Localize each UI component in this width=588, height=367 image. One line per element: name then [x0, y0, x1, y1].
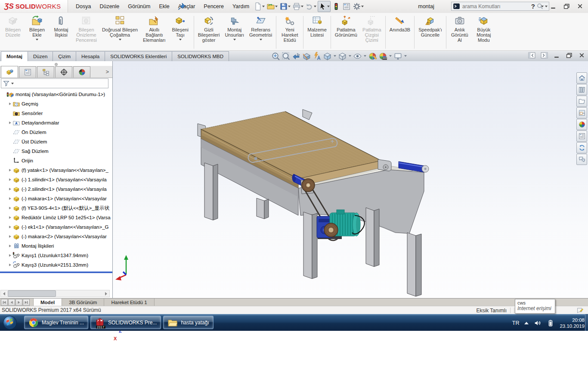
- fm-expand-chevron[interactable]: >: [105, 68, 109, 75]
- tree-item-2-silindir-1-vars[interactable]: (-) 2.silindir<1> (Varsayılan<<Varsayıla: [0, 184, 112, 194]
- search-input[interactable]: [461, 3, 535, 10]
- dropdown-icon[interactable]: [301, 6, 303, 7]
- vieworient-icon[interactable]: [323, 52, 332, 61]
- tab-solidworks-eklentileri[interactable]: SOLIDWORKS Eklentileri: [105, 51, 172, 61]
- fm-tab-ft_dim[interactable]: [55, 66, 72, 78]
- ribbon-button-montaj-unsurlar[interactable]: MontajUnsurları: [222, 14, 247, 40]
- taskpane-tp_home-button[interactable]: [576, 72, 587, 84]
- tab-montaj[interactable]: Montaj: [1, 51, 28, 61]
- collapse-left-pane-button[interactable]: [528, 52, 535, 59]
- volume-icon[interactable]: [534, 319, 542, 327]
- tree-item-f-ye3-90s-4-1[interactable]: (f) YE3-90S-4<1> (默认<<默认>_显示状: [0, 203, 112, 213]
- taskbar-button-solidworks-pre[interactable]: 2017SOLIDWORKS Pre...: [90, 316, 161, 329]
- ribbon-button-bile-en-ekle[interactable]: BileşenEkle: [25, 14, 49, 40]
- quick-tips-icon[interactable]: [576, 307, 584, 314]
- panel-splitter-handle[interactable]: [55, 63, 58, 66]
- model-tab-hareket-et-d-1[interactable]: Hareket Etüdü 1: [104, 299, 154, 306]
- ribbon-button-malzeme-listesi[interactable]: MalzemeListesi: [305, 14, 329, 37]
- menu-item-ekle[interactable]: Ekle: [155, 0, 173, 12]
- tree-item-kay-1-uzunluk-1347-94m[interactable]: Kayış1 (Uzunluk=1347.94mm): [0, 251, 112, 260]
- model-tab-model[interactable]: Model: [33, 299, 62, 306]
- doc-restore-button[interactable]: [566, 52, 573, 59]
- taskpane-tp_prop-button[interactable]: [576, 131, 587, 142]
- doc-close-button[interactable]: [578, 52, 585, 59]
- scroll-right-button[interactable]: [103, 291, 109, 296]
- minimize-button[interactable]: [550, 3, 557, 9]
- tree-item-detayland-rmalar[interactable]: Detaylandırmalar: [0, 118, 112, 128]
- tab-solidworks-mbd[interactable]: SOLIDWORKS MBD: [172, 51, 229, 61]
- tree-item-f-yatak-1-varsay-la[interactable]: (f) yatak<1> (Varsayılan<<Varsayılan>_: [0, 165, 112, 175]
- tab-hesapla[interactable]: Hesapla: [76, 51, 105, 61]
- help-dropdown-icon[interactable]: [541, 6, 544, 7]
- tree-item-ge-mi[interactable]: Geçmiş: [0, 99, 112, 109]
- dropdown-icon[interactable]: [262, 6, 265, 7]
- ribbon-button-bile-eni-ta[interactable]: BileşeniTaşı: [168, 14, 192, 40]
- ribbon-button-referans-geometrisi[interactable]: ReferansGeometrisi: [247, 14, 275, 40]
- show-hidden-icons-button[interactable]: [524, 322, 529, 324]
- dropdown-icon[interactable]: [179, 39, 182, 40]
- traffic-button[interactable]: [331, 1, 341, 12]
- ribbon-button-do-rusal-bile-en-o-altma[interactable]: Doğrusal BileşenÇoğaltma: [99, 14, 140, 40]
- dropdown-icon[interactable]: [334, 55, 336, 57]
- open-button[interactable]: [266, 1, 278, 12]
- dropdown-icon[interactable]: [119, 39, 121, 40]
- model-tab-3b-g-r-n-m[interactable]: 3B Görünüm: [62, 299, 104, 306]
- taskpane-tp_file-button[interactable]: [576, 96, 587, 107]
- tree-item-sens-rler[interactable]: Sensörler: [0, 109, 112, 118]
- menu-item-yard-m[interactable]: Yardım: [228, 0, 254, 12]
- menu-item-dosya[interactable]: Dosya: [71, 0, 95, 12]
- tree-item-makara-1-varsay-l[interactable]: (-) makara<1> (Varsayılan<<Varsayılar: [0, 194, 112, 203]
- tree-horizontal-scrollbar[interactable]: [0, 290, 110, 297]
- dropdown-icon[interactable]: [364, 55, 366, 57]
- displaystyle-icon[interactable]: [338, 52, 347, 61]
- tree-item-makara-2-varsay-l[interactable]: (-) makara<2> (Varsayılan<<Varsayılar: [0, 232, 112, 241]
- prevview-icon[interactable]: [292, 52, 301, 61]
- battery-icon[interactable]: [547, 319, 554, 327]
- ribbon-button-speedpak-g-ncelle[interactable]: Speedpak'ıGüncelle: [416, 14, 445, 37]
- ribbon-button-montaj-i-li-kisi[interactable]: Montajİlişkisi: [49, 14, 73, 37]
- taskbar-clock[interactable]: 20:08 23.10.2019: [560, 317, 585, 329]
- menu-item-d-zenle[interactable]: Düzenle: [95, 0, 124, 12]
- tree-item-red-kt-r-lim-z-lrp-50-1e[interactable]: Redüktör Limöz LRP 50 1e25<1> (Varsa: [0, 213, 112, 222]
- taskpane-tp_sync-button[interactable]: [576, 142, 587, 153]
- annot3d-icon[interactable]: [313, 52, 322, 61]
- dropdown-icon[interactable]: [404, 55, 407, 57]
- fm-tab-ft_asm[interactable]: [1, 66, 18, 78]
- taskpane-tp_app-button[interactable]: [576, 119, 587, 130]
- dropdown-icon[interactable]: [314, 6, 316, 7]
- close-button[interactable]: [576, 3, 584, 9]
- fm-tab-ft_pm[interactable]: [19, 66, 36, 78]
- dropdown-icon[interactable]: [260, 39, 262, 40]
- rollback-bar[interactable]: [0, 271, 112, 273]
- dropdown-icon[interactable]: [275, 6, 278, 7]
- help-button[interactable]: ?: [531, 3, 535, 10]
- docnew-button[interactable]: [253, 1, 265, 12]
- dropdown-icon[interactable]: [233, 39, 236, 40]
- gear-button[interactable]: [352, 1, 364, 12]
- tree-item-st-d-zlem[interactable]: Üst Düzlem: [0, 137, 112, 146]
- undo-button[interactable]: [305, 1, 317, 12]
- start-button[interactable]: [3, 315, 17, 330]
- nav_next-button[interactable]: [15, 299, 22, 306]
- restore-button[interactable]: [563, 3, 570, 9]
- tree-item-n-d-zlem[interactable]: Ön Düzlem: [0, 128, 112, 137]
- language-indicator[interactable]: TR: [512, 320, 520, 326]
- nav_last-button[interactable]: [23, 299, 30, 306]
- pin-toolbar-icon[interactable]: [177, 2, 186, 11]
- taskbar-button-maglev-treninin[interactable]: Maglev Treninin ...: [24, 316, 88, 329]
- ribbon-button-b-y-k-montaj-modu[interactable]: BüyükMontajModu: [472, 14, 496, 43]
- appearance-icon[interactable]: [368, 52, 377, 61]
- scrollbar-thumb[interactable]: [8, 290, 56, 297]
- dropdown-icon[interactable]: [327, 6, 330, 7]
- ribbon-button-patlatma-g-r-n-m[interactable]: PatlatmaGörünümü: [332, 14, 360, 37]
- menu-item-g-r-n-m[interactable]: Görünüm: [124, 0, 155, 12]
- scroll-left-button[interactable]: [1, 291, 7, 296]
- dropdown-icon[interactable]: [36, 39, 38, 40]
- tab-d-zen[interactable]: Düzen: [28, 51, 53, 61]
- eye-icon[interactable]: [353, 52, 362, 61]
- print-button[interactable]: [292, 1, 304, 12]
- tree-item-montaj-varsay-lan-g-r[interactable]: montaj (Varsayılan<Görüntü Durumu-1>): [0, 90, 112, 99]
- tree-item-1-silindir-1-vars[interactable]: (-) 1.silindir<1> (Varsayılan<<Varsayıla: [0, 175, 112, 184]
- fm-tab-ft_disp[interactable]: [73, 66, 90, 78]
- tree-item-ek1-1-varsay-lan[interactable]: (-) ek1<1> (Varsayılan<<Varsayılan>_G: [0, 222, 112, 232]
